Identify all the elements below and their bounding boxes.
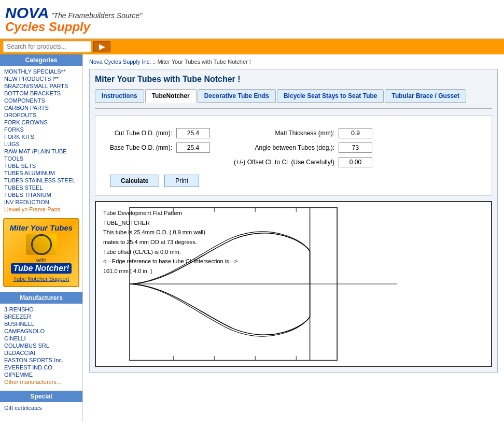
page-box: Miter Your Tubes with Tube Notcher ! Ins… <box>89 69 498 373</box>
form-area: Cut Tube O.D. (mm): Matl Thickness (mm): <box>95 115 492 196</box>
angle-label: Angle between Tubes (deg.): <box>234 142 334 153</box>
diagram-box: Tube Development Flat Pattern TUBE_NOTCH… <box>95 201 492 367</box>
mfr-gipiemme[interactable]: GIPIEMME <box>0 371 82 378</box>
layout: Categories MONTHLY SPECIALS** NEW PRODUC… <box>0 54 504 422</box>
diagram-line2: mates to 25.4 mm OD at 73 degrees. <box>103 237 237 247</box>
search-button[interactable]: ▶ <box>93 41 110 52</box>
mfr-3rensho[interactable]: 3-RENSHO <box>0 306 82 313</box>
sidebar-item-tubes-stainless[interactable]: TUBES STAINLESS STEEL <box>0 177 82 184</box>
manufacturers-header: Manufacturers <box>0 292 82 304</box>
offset-input[interactable] <box>339 157 372 167</box>
sidebar-item-dropouts[interactable]: DROPOUTS <box>0 111 82 119</box>
breadcrumb-current: Miter Your Tubes with Tube Notcher ! <box>157 59 250 65</box>
sidebar-item-tube-sets[interactable]: TUBE SETS <box>0 162 82 169</box>
sidebar-item-fork-kits[interactable]: FORK KITS <box>0 133 82 140</box>
sidebar-item-fork-crowns[interactable]: FORK CROWNS <box>0 119 82 126</box>
sidebar-item-llewellyn[interactable]: Llewellyn Frame Parts <box>0 206 82 213</box>
mfr-everest[interactable]: EVEREST IND.CO. <box>0 364 82 371</box>
search-bar: ▶ <box>0 39 504 54</box>
sidebar-item-lugs[interactable]: LUGS <box>0 140 82 148</box>
sidebar-item-forks[interactable]: FORKS <box>0 126 82 133</box>
tube-notcher-support-link[interactable]: Tube Notcher Support <box>8 276 74 282</box>
tab-decorative-tube-ends[interactable]: Decorative Tube Ends <box>198 89 276 103</box>
miter-promo-notcher: Tube Notcher! <box>11 263 71 274</box>
sidebar-item-components[interactable]: COMPONENTS <box>0 97 82 104</box>
header: NOVA "The Framebuilders Source" Cycles S… <box>0 0 504 39</box>
diagram-line3: Tube offset (CL/CL) is 0.0 mm. <box>103 247 237 257</box>
tab-tubenotcher[interactable]: TubeNotcher <box>145 89 197 103</box>
base-tube-od-input[interactable] <box>176 142 210 153</box>
mfr-columbus[interactable]: COLUMBUS SRL <box>0 342 82 349</box>
mfr-cinelli[interactable]: CINELLI <box>0 335 82 342</box>
diagram-title: Tube Development Flat Pattern <box>103 208 237 218</box>
offset-label: (+/-) Offset CL to CL (Use Carefully!) <box>234 157 334 167</box>
sidebar-item-tubes-titanium[interactable]: TUBES TITANIUM <box>0 191 82 198</box>
cut-tube-od-input[interactable] <box>176 128 210 138</box>
tabs-border <box>95 108 492 109</box>
tagline: "The Framebuilders Source" <box>51 11 142 20</box>
gift-certificates-link[interactable]: Gift certificates <box>0 404 82 411</box>
sidebar-item-tubes-aluminum[interactable]: TUBES ALUMINUM <box>0 169 82 177</box>
diagram-text: Tube Development Flat Pattern TUBE_NOTCH… <box>103 208 237 276</box>
sidebar-item-new-products[interactable]: NEW PRODUCTS !** <box>0 75 82 82</box>
diagram-line1: This tube is 25.4mm O.D. ( 0.9 mm wall) <box>103 227 237 237</box>
mfr-other[interactable]: Other manufacturers... <box>0 378 82 386</box>
logo-nova: NOVA <box>5 4 49 22</box>
categories-header: Categories <box>0 54 82 66</box>
cut-tube-label: Cut Tube O.D. (mm): <box>110 128 172 138</box>
sidebar-item-carbon-parts[interactable]: CARBON PARTS <box>0 104 82 111</box>
calculate-button[interactable]: Calculate <box>110 175 159 187</box>
tab-bicycle-seat-stays[interactable]: Bicycle Seat Stays to Seat Tube <box>277 89 384 103</box>
breadcrumb: Nova Cycles Supply Inc. :: Miter Your Tu… <box>89 59 498 65</box>
sidebar-item-raw-mat[interactable]: RAW MAT /PLAIN TUBE <box>0 148 82 155</box>
mfr-easton[interactable]: EASTON SPORTS Inc. <box>0 357 82 364</box>
diagram-line4: <-- Edge reference to base tube CL inter… <box>103 256 237 266</box>
sidebar-item-tubes-steel[interactable]: TUBES STEEL <box>0 184 82 191</box>
mfr-campagnolo[interactable]: CAMPAGNOLO <box>0 327 82 335</box>
logo-block: NOVA "The Framebuilders Source" Cycles S… <box>5 4 142 34</box>
diagram-line5: 101.0 mm [ 4.0 in. ] <box>103 266 237 276</box>
miter-promo-with: with <box>8 257 74 263</box>
breadcrumb-home-link[interactable]: Nova Cycles Supply Inc. <box>89 59 151 65</box>
mfr-dedacciai[interactable]: DEDACCIAI <box>0 349 82 357</box>
tabs-bar: Instructions TubeNotcher Decorative Tube… <box>95 89 492 103</box>
matl-thickness-label: Matl Thickness (mm): <box>234 128 334 138</box>
sidebar-item-brazon[interactable]: BRAZON/SMALL PARTS <box>0 82 82 90</box>
logo-cycles: Cycles Supply <box>5 20 142 34</box>
mfr-breezer[interactable]: BREEZER <box>0 313 82 320</box>
search-input[interactable] <box>3 41 91 52</box>
matl-thickness-input[interactable] <box>339 128 372 138</box>
mfr-bushnell[interactable]: BUSHNELL <box>0 320 82 327</box>
tab-tubular-brace[interactable]: Tubular Brace / Gusset <box>385 89 466 103</box>
special-links: Gift certificates <box>0 404 82 411</box>
miter-promo-box: Miter Your Tubes with Tube Notcher! Tube… <box>3 218 79 287</box>
tab-instructions[interactable]: Instructions <box>95 89 144 103</box>
angle-input[interactable] <box>339 142 372 153</box>
form-table: Cut Tube O.D. (mm): Matl Thickness (mm): <box>106 124 376 172</box>
special-header: Special <box>0 391 82 402</box>
categories-links: MONTHLY SPECIALS** NEW PRODUCTS !** BRAZ… <box>0 68 82 213</box>
page-title: Miter Your Tubes with Tube Notcher ! <box>95 75 492 84</box>
form-buttons: Calculate Print <box>110 175 481 187</box>
sidebar-item-monthly-specials[interactable]: MONTHLY SPECIALS** <box>0 68 82 75</box>
sidebar-item-tools[interactable]: TOOLS <box>0 155 82 162</box>
manufacturers-links: 3-RENSHO BREEZER BUSHNELL CAMPAGNOLO CIN… <box>0 306 82 386</box>
print-button[interactable]: Print <box>164 175 199 187</box>
miter-promo-image <box>26 234 57 255</box>
base-tube-label: Base Tube O.D. (mm): <box>110 142 172 153</box>
main-content: Nova Cycles Supply Inc. :: Miter Your Tu… <box>83 54 504 422</box>
sidebar-item-inv-reduction[interactable]: INV REDUCTION <box>0 198 82 206</box>
sidebar-item-bottom-brackets[interactable]: BOTTOM BRACKETS <box>0 90 82 97</box>
diagram-subtitle: TUBE_NOTCHER <box>103 218 237 228</box>
sidebar: Categories MONTHLY SPECIALS** NEW PRODUC… <box>0 54 83 422</box>
miter-promo-title: Miter Your Tubes <box>8 223 74 232</box>
